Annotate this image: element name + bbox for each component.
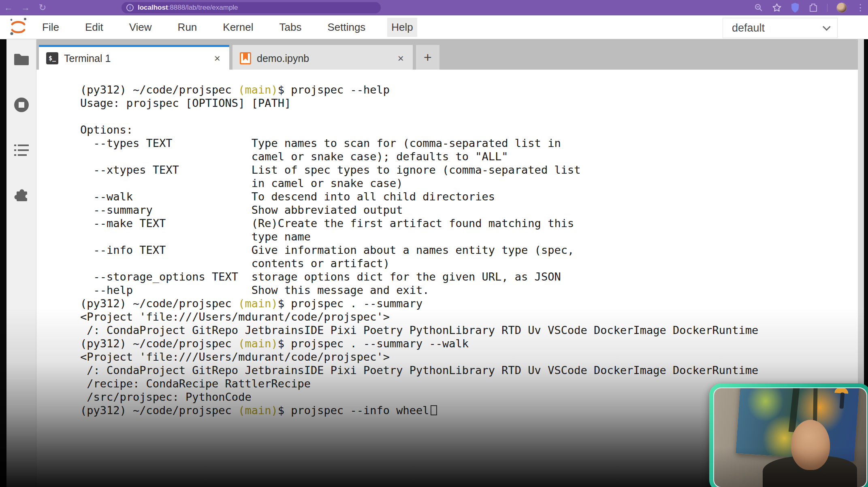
menu-view[interactable]: View (125, 18, 156, 37)
menu-run[interactable]: Run (174, 18, 201, 37)
terminal-line: type name (80, 230, 850, 243)
kernel-select-dropdown[interactable]: default (723, 18, 838, 38)
terminal-line: --help Show this message and exit. (80, 283, 850, 297)
terminal-line: --info TEXT Give information about a nam… (80, 243, 850, 257)
notebook-icon (240, 52, 251, 64)
terminal-line: contents or artifact) (80, 257, 850, 270)
url-host: localhost (138, 4, 168, 11)
close-icon[interactable]: × (213, 52, 222, 65)
url-text: localhost:8888/lab/tree/example (138, 4, 238, 12)
tab-bar: $_ Terminal 1 × demo.ipynb × + (36, 39, 858, 70)
tab-title: Terminal 1 (64, 53, 207, 64)
url-path: :8888/lab/tree/example (168, 4, 238, 11)
menu-settings[interactable]: Settings (323, 18, 369, 37)
terminal-line: in camel or snake case) (80, 177, 850, 190)
tab-title: demo.ipynb (257, 53, 390, 64)
terminal-line: (py312) ~/code/projspec (main)$ projspec… (80, 337, 850, 350)
terminal-line: <Project 'file:///Users/mdurant/code/pro… (80, 310, 850, 323)
jupyterlab-menubar: File Edit View Run Kernel Tabs Settings … (0, 15, 868, 39)
webcam-video (713, 387, 867, 487)
terminal-line: --summary Show abbreviated output (80, 203, 850, 217)
activity-sidebar (6, 39, 36, 487)
zoom-icon[interactable] (754, 3, 763, 12)
terminal-line (80, 110, 850, 123)
reload-icon[interactable]: ↻ (34, 2, 51, 13)
browser-chrome-bar: ← → ↻ i localhost:8888/lab/tree/example … (0, 0, 868, 15)
divider (827, 4, 827, 12)
menu-items: File Edit View Run Kernel Tabs Settings … (38, 18, 417, 37)
terminal-line: Options: (80, 123, 850, 136)
screen: ← → ↻ i localhost:8888/lab/tree/example … (0, 0, 868, 487)
bookmark-star-icon[interactable] (772, 3, 782, 13)
terminal-line: /: CondaProject GitRepo JetbrainsIDE Pix… (80, 364, 850, 377)
profile-avatar[interactable] (836, 2, 847, 13)
back-arrow-icon[interactable]: ← (0, 2, 17, 13)
extension-manager-icon[interactable] (13, 187, 30, 204)
table-of-contents-icon[interactable] (13, 141, 30, 159)
new-tab-button[interactable]: + (416, 45, 439, 70)
terminal-line: /: CondaProject GitRepo JetbrainsIDE Pix… (80, 323, 850, 337)
menu-kernel[interactable]: Kernel (219, 18, 257, 37)
tab-demo-ipynb[interactable]: demo.ipynb × (232, 45, 413, 70)
terminal-cursor (431, 405, 437, 415)
terminal-line: Usage: projspec [OPTIONS] [PATH] (80, 96, 850, 110)
forward-arrow-icon[interactable]: → (17, 2, 34, 13)
terminal-line: camel or snake case); defaults to "ALL" (80, 150, 850, 163)
menu-help[interactable]: Help (387, 18, 417, 37)
terminal-line: <Project 'file:///Users/mdurant/code/pro… (80, 350, 850, 364)
site-info-icon[interactable]: i (126, 4, 134, 11)
kernel-select-value: default (732, 22, 765, 34)
close-icon[interactable]: × (396, 52, 405, 65)
left-edge (0, 39, 6, 487)
menu-file[interactable]: File (38, 18, 63, 37)
address-bar[interactable]: i localhost:8888/lab/tree/example (122, 2, 381, 13)
browser-menu-dots-icon[interactable]: ⋮ (856, 2, 865, 13)
terminal-line: --types TEXT Type names to scan for (com… (80, 136, 850, 150)
terminal-line: --walk To descend into all child directo… (80, 190, 850, 203)
tab-terminal-1[interactable]: $_ Terminal 1 × (39, 45, 229, 70)
menu-tabs[interactable]: Tabs (275, 18, 305, 37)
shield-extension-icon[interactable] (791, 2, 800, 13)
menu-edit[interactable]: Edit (81, 18, 107, 37)
webcam-overlay (709, 383, 868, 487)
terminal-line: (py312) ~/code/projspec (main)$ projspec… (80, 297, 850, 310)
terminal-line: --make TEXT (Re)Create the first artifac… (80, 217, 850, 230)
terminal-icon: $_ (46, 52, 58, 64)
file-browser-icon[interactable] (13, 51, 30, 68)
running-kernels-icon[interactable] (13, 96, 30, 114)
terminal-line: --xtypes TEXT List of spec types to igno… (80, 163, 850, 177)
jupyter-logo (9, 17, 28, 38)
extensions-icon[interactable] (808, 3, 818, 13)
terminal-line: --storage_options TEXT storage options d… (80, 270, 850, 283)
chevron-down-icon (823, 23, 831, 31)
terminal-line: (py312) ~/code/projspec (main)$ projspec… (80, 83, 850, 96)
